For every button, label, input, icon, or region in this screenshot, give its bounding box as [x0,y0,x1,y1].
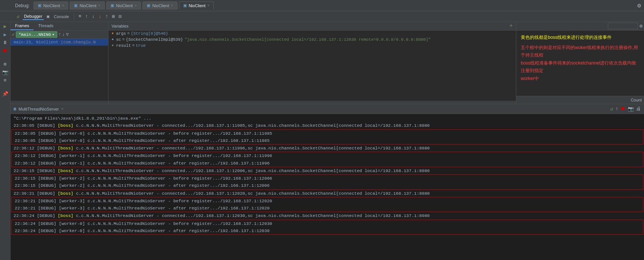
sidebar-run-icon[interactable]: ▶ [4,23,7,29]
highlight-group-3: 22:36:15 [DEBUG] [worker-2] c.c.N.N.N.Mu… [11,174,643,190]
frames-tab[interactable]: Frames [11,22,34,30]
tab-icon-5: ▣ [183,3,187,8]
sidebar-stop-icon[interactable]: ⏹ [3,48,8,54]
run-to-cursor-icon[interactable]: ↑ [104,13,109,20]
frames-scrollbar-h[interactable] [11,101,108,104]
settings-icon[interactable]: ⚙ [637,2,641,9]
console-line-l10: 22:36:21 [DEBUG] [boss] c.c.N.N.N.MultiT… [11,190,644,197]
var-icon-p1: ● [112,31,114,35]
frames-panel: Frames Threads ✔ *main...NNING ▾ ↑ ↓ ▽ [11,22,109,104]
debugger-toolbar: ↺ Debugger ▣ Console ≡ ↑ ↓ ↓ ↑ ⊞ ⊟ [0,11,644,22]
var-args: ● args = {String[0]@540} [109,31,516,37]
mem-gear-icon[interactable]: ⚙ [639,23,642,29]
console-line-l12: 22:36:21 [DEBUG] [worker-3] c.c.N.N.N.Mu… [12,205,643,212]
thread-name: *main...NNING [18,32,51,37]
annotation-red: 五个框中的则是对应不同的woker线程来执行的注册操作,用于持主线程 boss线… [521,44,639,82]
rerun-icon[interactable]: ↺ [16,13,20,20]
console-line-l8: 22:36:15 [DEBUG] [worker-2] c.c.N.N.N.Mu… [12,175,643,182]
console-output: "C:\Program Files\Java\jdk1.8.0_201\bin\… [11,114,644,260]
var-icon-s: ● [112,37,114,42]
threads-tab[interactable]: Threads [34,22,58,30]
frame-item[interactable]: main:23, NioClient (com.changlu.N [11,39,108,46]
highlight-group-4: 22:36:21 [DEBUG] [worker-3] c.c.N.N.N.Mu… [11,197,643,212]
console-line-l4: 22:36:12 [DEBUG] [boss] c.c.N.N.N.MultiT… [11,145,644,152]
highlight-group-5: 22:36:24 [DEBUG] [worker-0] c.c.N.N.N.Mu… [11,220,643,235]
run-icon: ▣ [14,106,16,112]
thread-selector[interactable]: *main...NNING ▾ [16,31,57,38]
sidebar-debug-icon[interactable]: ▶ [4,32,7,38]
console-icon[interactable]: ▣ [46,13,50,20]
tab-nioclient-4[interactable]: ▣ NioClient × [142,2,177,9]
annotation-yellow: 黄色的线都是boss线程来进行处理的连接事件 [521,34,639,41]
more-icon[interactable]: ⊟ [118,13,122,20]
tab-nioclient-5[interactable]: ▣ NioClient × [179,2,214,9]
vars-header: Variables [112,24,128,28]
tab-icon-2: ▣ [74,3,78,8]
console-line-l6: 22:36:12 [DEBUG] [worker-1] c.c.N.N.N.Mu… [12,160,643,167]
console-line-l7: 22:36:15 [DEBUG] [boss] c.c.N.N.N.MultiT… [11,167,644,174]
sidebar-more-icon[interactable]: ≡ [4,78,7,83]
checkmark-icon: ✔ [12,32,15,37]
console-line-l3: 22:36:05 [DEBUG] [worker-0] c.c.N.N.N.Mu… [12,137,643,144]
step-over-icon[interactable]: ↑ [84,13,89,20]
tab-nioclient-1[interactable]: ▣ NioClient × [34,2,68,9]
sidebar-camera-icon[interactable]: 📷 [2,69,8,75]
console-line-l1: 22:36:05 [DEBUG] [boss] c.c.N.N.N.MultiT… [11,122,644,129]
sidebar-pause-icon[interactable]: ⏸ [3,40,8,46]
sidebar-pin-icon[interactable]: 📌 [2,91,8,97]
right-annotation-panel: ⚙ 黄色的线都是boss线程来进行处理的连接事件 五个框中的则是对应不同的wok… [516,22,644,104]
console-line-l2: 22:36:05 [DEBUG] [worker-0] c.c.N.N.N.Mu… [12,130,643,137]
show-frames-icon[interactable]: ≡ [78,13,82,20]
debug-tab-bar: Debug: ▣ NioClient × ▣ NioClient × ▣ Nio… [0,0,644,11]
tab-icon-1: ▣ [38,3,41,8]
frames-down-icon[interactable]: ↓ [62,32,65,37]
count-label: Count [631,98,642,102]
var-result: ● result = true [109,43,516,49]
console-line-l15: 22:36:24 [DEBUG] [worker-0] c.c.N.N.N.Mu… [12,227,643,234]
console-restart-icon[interactable]: ↺ [610,106,613,112]
console-line-l14: 22:36:24 [DEBUG] [worker-0] c.c.N.N.N.Mu… [12,220,643,227]
tab-icon-3: ▣ [110,3,114,8]
console-line-l11: 22:36:21 [DEBUG] [worker-3] c.c.N.N.N.Mu… [12,197,643,205]
left-vertical-sidebar: ▶ ▶ ⏸ ⏹ ⚙ 📷 ≡ 📌 [0,22,11,260]
sidebar-build-icon[interactable]: ⚙ [4,61,7,67]
variables-panel: Variables + ● args = {String[0]@540} ● [109,22,516,104]
console-up-icon[interactable]: ↑ [615,106,618,112]
highlight-group-1: 22:36:05 [DEBUG] [worker-0] c.c.N.N.N.Mu… [11,129,643,145]
debugger-tab-btn[interactable]: Debugger [23,13,44,20]
frames-tabs: Frames Threads [11,22,108,31]
run-tab-label: MultiThreadNioServer [18,107,59,111]
console-line-l9: 22:36:15 [DEBUG] [worker-2] c.c.N.N.N.Mu… [12,182,643,189]
tab-nioclient-2[interactable]: ▣ NioClient × [70,2,104,9]
mem-search-input[interactable] [608,23,638,29]
run-bar: ▣ MultiThreadNioServer × ↺ ↑ ⏹ 📷 🖨 [11,104,644,114]
console-tab-btn[interactable]: Console [52,14,70,20]
tab-nioclient-3[interactable]: ▣ NioClient × [106,2,141,9]
debug-label: Debug: [15,3,30,8]
highlight-group-2: 22:36:12 [DEBUG] [worker-1] c.c.N.N.N.Mu… [11,152,643,167]
step-into-icon[interactable]: ↓ [91,13,96,20]
console-line-l5: 22:36:12 [DEBUG] [worker-1] c.c.N.N.N.Mu… [12,152,643,159]
var-icon-c1: ● [112,43,114,48]
tab-icon-4: ▣ [147,3,150,8]
run-tab-close[interactable]: × [61,107,64,111]
add-watch-icon[interactable]: + [509,23,513,29]
frames-up-icon[interactable]: ↑ [58,32,61,37]
console-camera-icon[interactable]: 📷 [628,106,634,112]
frames-filter-icon[interactable]: ▽ [66,32,69,37]
console-line-path: "C:\Program Files\Java\jdk1.8.0_201\bin\… [11,115,644,122]
frame-line: main:23, NioClient [14,40,61,45]
console-line-l13: 22:36:24 [DEBUG] [boss] c.c.N.N.N.MultiT… [11,212,644,219]
var-sc: ● sc = {SocketChannelImpl@539} "java.nio… [109,37,516,43]
evaluate-icon[interactable]: ⊞ [111,13,116,20]
console-stop-icon[interactable]: ⏹ [621,106,626,112]
step-out-icon[interactable]: ↓ [98,13,102,20]
chevron-down-icon: ▾ [52,32,55,37]
console-print-icon[interactable]: 🖨 [636,106,641,112]
vars-scrollbar-h[interactable] [109,101,516,104]
